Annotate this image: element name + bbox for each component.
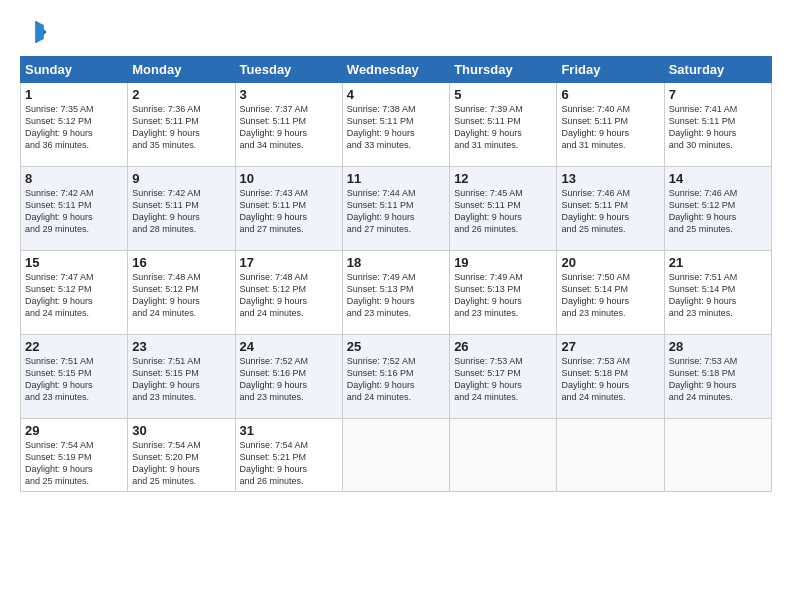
cell-info: Sunrise: 7:53 AMSunset: 5:18 PMDaylight:… [669, 355, 767, 404]
week-row-1: 1Sunrise: 7:35 AMSunset: 5:12 PMDaylight… [21, 83, 772, 167]
svg-marker-1 [35, 21, 43, 43]
cell-info: Sunrise: 7:47 AMSunset: 5:12 PMDaylight:… [25, 271, 123, 320]
day-number: 4 [347, 87, 445, 102]
day-header-wednesday: Wednesday [342, 57, 449, 83]
day-header-thursday: Thursday [450, 57, 557, 83]
cell-info: Sunrise: 7:36 AMSunset: 5:11 PMDaylight:… [132, 103, 230, 152]
week-row-5: 29Sunrise: 7:54 AMSunset: 5:19 PMDayligh… [21, 419, 772, 492]
calendar-cell: 8Sunrise: 7:42 AMSunset: 5:11 PMDaylight… [21, 167, 128, 251]
day-number: 2 [132, 87, 230, 102]
cell-info: Sunrise: 7:41 AMSunset: 5:11 PMDaylight:… [669, 103, 767, 152]
day-number: 26 [454, 339, 552, 354]
day-number: 7 [669, 87, 767, 102]
cell-info: Sunrise: 7:49 AMSunset: 5:13 PMDaylight:… [454, 271, 552, 320]
calendar-table: SundayMondayTuesdayWednesdayThursdayFrid… [20, 56, 772, 492]
cell-info: Sunrise: 7:43 AMSunset: 5:11 PMDaylight:… [240, 187, 338, 236]
calendar-cell: 5Sunrise: 7:39 AMSunset: 5:11 PMDaylight… [450, 83, 557, 167]
calendar-cell: 21Sunrise: 7:51 AMSunset: 5:14 PMDayligh… [664, 251, 771, 335]
week-row-4: 22Sunrise: 7:51 AMSunset: 5:15 PMDayligh… [21, 335, 772, 419]
day-number: 1 [25, 87, 123, 102]
cell-info: Sunrise: 7:52 AMSunset: 5:16 PMDaylight:… [240, 355, 338, 404]
calendar-cell: 16Sunrise: 7:48 AMSunset: 5:12 PMDayligh… [128, 251, 235, 335]
calendar-cell: 30Sunrise: 7:54 AMSunset: 5:20 PMDayligh… [128, 419, 235, 492]
calendar-cell: 27Sunrise: 7:53 AMSunset: 5:18 PMDayligh… [557, 335, 664, 419]
cell-info: Sunrise: 7:51 AMSunset: 5:15 PMDaylight:… [25, 355, 123, 404]
day-header-sunday: Sunday [21, 57, 128, 83]
cell-info: Sunrise: 7:35 AMSunset: 5:12 PMDaylight:… [25, 103, 123, 152]
calendar-cell [557, 419, 664, 492]
calendar-cell: 20Sunrise: 7:50 AMSunset: 5:14 PMDayligh… [557, 251, 664, 335]
cell-info: Sunrise: 7:37 AMSunset: 5:11 PMDaylight:… [240, 103, 338, 152]
cell-info: Sunrise: 7:38 AMSunset: 5:11 PMDaylight:… [347, 103, 445, 152]
calendar-cell: 18Sunrise: 7:49 AMSunset: 5:13 PMDayligh… [342, 251, 449, 335]
cell-info: Sunrise: 7:40 AMSunset: 5:11 PMDaylight:… [561, 103, 659, 152]
cell-info: Sunrise: 7:52 AMSunset: 5:16 PMDaylight:… [347, 355, 445, 404]
day-number: 3 [240, 87, 338, 102]
calendar-cell: 11Sunrise: 7:44 AMSunset: 5:11 PMDayligh… [342, 167, 449, 251]
calendar-cell: 9Sunrise: 7:42 AMSunset: 5:11 PMDaylight… [128, 167, 235, 251]
day-number: 25 [347, 339, 445, 354]
day-number: 5 [454, 87, 552, 102]
day-number: 21 [669, 255, 767, 270]
calendar-cell: 26Sunrise: 7:53 AMSunset: 5:17 PMDayligh… [450, 335, 557, 419]
calendar-cell: 17Sunrise: 7:48 AMSunset: 5:12 PMDayligh… [235, 251, 342, 335]
cell-info: Sunrise: 7:51 AMSunset: 5:15 PMDaylight:… [132, 355, 230, 404]
calendar-cell: 31Sunrise: 7:54 AMSunset: 5:21 PMDayligh… [235, 419, 342, 492]
cell-info: Sunrise: 7:39 AMSunset: 5:11 PMDaylight:… [454, 103, 552, 152]
day-number: 27 [561, 339, 659, 354]
day-number: 29 [25, 423, 123, 438]
day-number: 11 [347, 171, 445, 186]
cell-info: Sunrise: 7:44 AMSunset: 5:11 PMDaylight:… [347, 187, 445, 236]
day-number: 20 [561, 255, 659, 270]
cell-info: Sunrise: 7:46 AMSunset: 5:12 PMDaylight:… [669, 187, 767, 236]
cell-info: Sunrise: 7:42 AMSunset: 5:11 PMDaylight:… [132, 187, 230, 236]
calendar-cell: 6Sunrise: 7:40 AMSunset: 5:11 PMDaylight… [557, 83, 664, 167]
day-header-friday: Friday [557, 57, 664, 83]
cell-info: Sunrise: 7:51 AMSunset: 5:14 PMDaylight:… [669, 271, 767, 320]
calendar-cell: 3Sunrise: 7:37 AMSunset: 5:11 PMDaylight… [235, 83, 342, 167]
calendar-cell: 2Sunrise: 7:36 AMSunset: 5:11 PMDaylight… [128, 83, 235, 167]
week-row-3: 15Sunrise: 7:47 AMSunset: 5:12 PMDayligh… [21, 251, 772, 335]
logo [20, 18, 52, 46]
calendar-cell: 1Sunrise: 7:35 AMSunset: 5:12 PMDaylight… [21, 83, 128, 167]
cell-info: Sunrise: 7:48 AMSunset: 5:12 PMDaylight:… [132, 271, 230, 320]
calendar-cell: 28Sunrise: 7:53 AMSunset: 5:18 PMDayligh… [664, 335, 771, 419]
day-number: 28 [669, 339, 767, 354]
calendar-cell: 12Sunrise: 7:45 AMSunset: 5:11 PMDayligh… [450, 167, 557, 251]
calendar-cell [664, 419, 771, 492]
week-row-2: 8Sunrise: 7:42 AMSunset: 5:11 PMDaylight… [21, 167, 772, 251]
cell-info: Sunrise: 7:53 AMSunset: 5:17 PMDaylight:… [454, 355, 552, 404]
calendar-cell: 24Sunrise: 7:52 AMSunset: 5:16 PMDayligh… [235, 335, 342, 419]
day-number: 9 [132, 171, 230, 186]
day-number: 22 [25, 339, 123, 354]
day-number: 18 [347, 255, 445, 270]
cell-info: Sunrise: 7:54 AMSunset: 5:21 PMDaylight:… [240, 439, 338, 488]
calendar-cell: 19Sunrise: 7:49 AMSunset: 5:13 PMDayligh… [450, 251, 557, 335]
calendar-cell: 22Sunrise: 7:51 AMSunset: 5:15 PMDayligh… [21, 335, 128, 419]
day-number: 14 [669, 171, 767, 186]
header [20, 18, 772, 46]
logo-icon [20, 18, 48, 46]
calendar-cell: 10Sunrise: 7:43 AMSunset: 5:11 PMDayligh… [235, 167, 342, 251]
cell-info: Sunrise: 7:45 AMSunset: 5:11 PMDaylight:… [454, 187, 552, 236]
calendar-cell: 7Sunrise: 7:41 AMSunset: 5:11 PMDaylight… [664, 83, 771, 167]
calendar-cell: 23Sunrise: 7:51 AMSunset: 5:15 PMDayligh… [128, 335, 235, 419]
calendar-cell [450, 419, 557, 492]
cell-info: Sunrise: 7:42 AMSunset: 5:11 PMDaylight:… [25, 187, 123, 236]
day-header-monday: Monday [128, 57, 235, 83]
calendar-cell: 13Sunrise: 7:46 AMSunset: 5:11 PMDayligh… [557, 167, 664, 251]
day-number: 19 [454, 255, 552, 270]
calendar-cell: 14Sunrise: 7:46 AMSunset: 5:12 PMDayligh… [664, 167, 771, 251]
day-number: 15 [25, 255, 123, 270]
cell-info: Sunrise: 7:53 AMSunset: 5:18 PMDaylight:… [561, 355, 659, 404]
day-header-tuesday: Tuesday [235, 57, 342, 83]
day-number: 30 [132, 423, 230, 438]
day-number: 8 [25, 171, 123, 186]
day-header-saturday: Saturday [664, 57, 771, 83]
day-number: 16 [132, 255, 230, 270]
calendar-cell: 29Sunrise: 7:54 AMSunset: 5:19 PMDayligh… [21, 419, 128, 492]
day-number: 12 [454, 171, 552, 186]
cell-info: Sunrise: 7:50 AMSunset: 5:14 PMDaylight:… [561, 271, 659, 320]
calendar-cell [342, 419, 449, 492]
calendar-cell: 25Sunrise: 7:52 AMSunset: 5:16 PMDayligh… [342, 335, 449, 419]
